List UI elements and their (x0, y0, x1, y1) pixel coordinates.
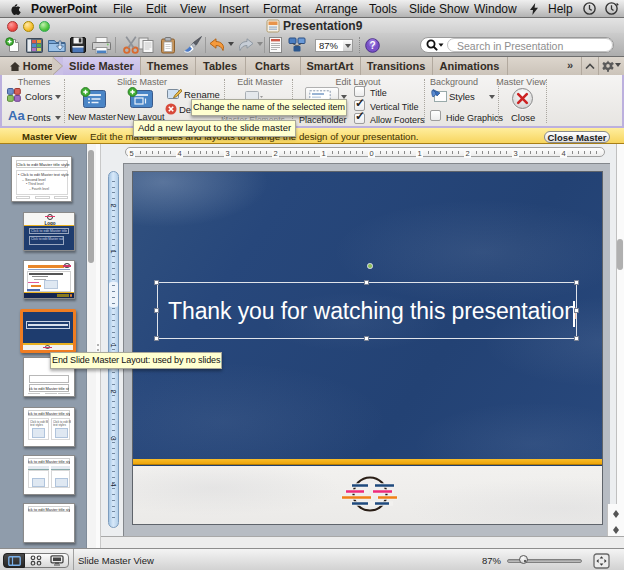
svg-text:Click to edit Master title: Click to edit Master title (31, 229, 67, 233)
svg-text:Click to edit Master title sty: Click to edit Master title style (28, 411, 70, 416)
svg-text:• Third level: • Third level (26, 182, 44, 186)
svg-text:– Fourth level: – Fourth level (29, 187, 49, 191)
svg-text:• Click to edit Master text st: • Click to edit Master text styles (18, 173, 69, 177)
svg-text:– Second level: – Second level (22, 178, 46, 182)
svg-text:Click to edit Master title sty: Click to edit Master title style (28, 459, 70, 464)
svg-text:Click to edit Master title sty: Click to edit Master title style (29, 386, 69, 391)
svg-text:Click to edit Master title sty: Click to edit Master title style (16, 162, 70, 167)
svg-text:text styles: text styles (53, 423, 66, 427)
svg-text:text styles: text styles (30, 423, 43, 427)
svg-text:Click to edit Master title sty: Click to edit Master title style (28, 507, 70, 512)
svg-text:Click to edit Master subtitle: Click to edit Master subtitle style (31, 237, 63, 241)
svg-text:?: ? (369, 40, 375, 51)
